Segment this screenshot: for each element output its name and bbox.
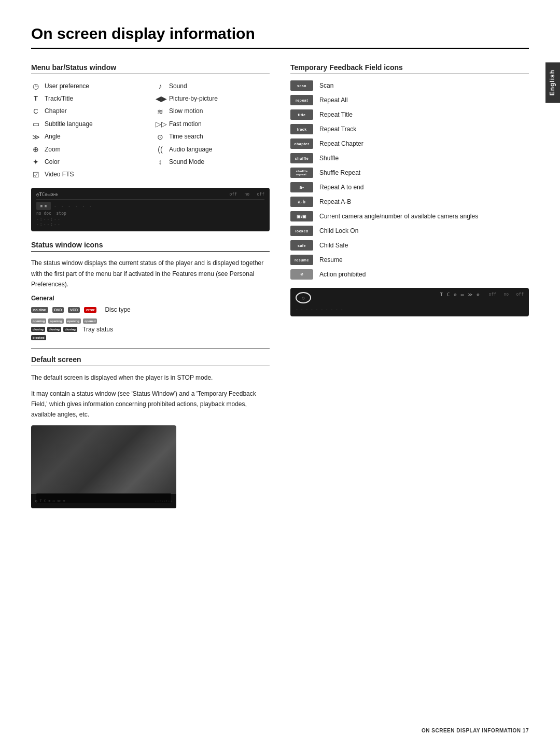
feedback-section-title: Temporary Feedback Field icons [290, 63, 529, 74]
rdp-off: off no off [489, 292, 524, 303]
feedback-shuffle: shuffle Shuffle [290, 153, 529, 163]
pbp-label: Picture-by-picture [169, 94, 218, 104]
tray-row-3: blocked [31, 335, 270, 340]
left-column: Menu bar/Status window ◷ User preference… [31, 63, 270, 508]
scan-badge: scan [290, 80, 313, 91]
rdp-icons: T C ⊕ ▭ ≫ ⊕ off no off [440, 292, 524, 303]
default-body-2: It may contain a status window (see 'Sta… [31, 389, 270, 420]
tray-opened: opened [83, 318, 97, 324]
screen-bar-status: --:--:-- [155, 499, 172, 503]
camera-label: Current camera angle/number of available… [319, 213, 478, 220]
status-section-title: Status window icons [31, 241, 270, 252]
menubar-item-audio: (( Audio language [156, 144, 270, 155]
track-label: Track/Title [45, 94, 73, 104]
rdp-circle: ◷ [296, 292, 311, 303]
dp-row-4: -:--:-- [36, 223, 264, 227]
child-lock-label: Child Lock On [319, 227, 358, 234]
menubar-item-time: ⊙ Time search [156, 131, 270, 143]
menubar-grid: ◷ User preference ♪ Sound T Track/Title … [31, 80, 270, 181]
menubar-item-user-pref: ◷ User preference [31, 80, 145, 92]
menubar-item-video: ☑ Video FTS [31, 169, 145, 181]
shuffle-label: Shuffle [319, 155, 339, 162]
feedback-child-lock: locked Child Lock On [290, 226, 529, 236]
tray-rows: opening opening opening opened closing c… [31, 318, 270, 340]
general-label: General [31, 295, 270, 302]
sound-mode-icon: ↕ [156, 156, 165, 168]
feedback-scan: scan Scan [290, 80, 529, 91]
rdp-t: T [440, 292, 442, 303]
feedback-repeat-chapter: chapter Repeat Chapter [290, 138, 529, 149]
screen-bottom-bar: ◷ T C ⊕ ▭ ≫ ⊕ --:--:-- [31, 494, 176, 508]
dp-top-row: ◷ T C ⊕ ▭ ≫ ⊕ off no off [36, 192, 264, 200]
right-display-panel: ◷ T C ⊕ ▭ ≫ ⊕ off no off - - - - - - - -… [290, 288, 529, 316]
sound-label: Sound [169, 81, 187, 91]
menubar-item-sound-mode: ↕ Sound Mode [156, 156, 270, 168]
menubar-item-sound: ♪ Sound [156, 80, 270, 92]
shuffle-repeat-badge: shufflerepeat [290, 168, 313, 178]
sound-icon: ♪ [156, 80, 165, 92]
menubar-item-slow: ≋ Slow motion [156, 106, 270, 117]
camera-badge: ▣/▣ [290, 211, 313, 221]
rdp-arr: ≫ [468, 292, 472, 303]
color-label: Color [45, 157, 60, 167]
chapter-icon: C [31, 106, 40, 117]
menubar-item-pbp: ◀▶ Picture-by-picture [156, 93, 270, 104]
video-label: Video FTS [45, 170, 74, 179]
rdp-lens: ⊕ [477, 292, 479, 303]
feedback-repeat-title: title Repeat Title [290, 109, 529, 120]
scan-label: Scan [319, 82, 333, 89]
right-column: Temporary Feedback Field icons scan Scan… [290, 63, 529, 508]
tray-closing-3: closing [63, 327, 77, 332]
feedback-resume: resume Resume [290, 255, 529, 265]
default-body-1: The default screen is displayed when the… [31, 372, 270, 383]
disc-no-disc: no disc [31, 307, 48, 313]
disc-types-row: no disc DVD VCD error Disc type [31, 306, 270, 313]
display-panel: ◷ T C ⊕ ▭ ≫ ⊕ off no off ▣ ▣ - - - - - - [31, 188, 270, 231]
feedback-repeat-a-end: A- Repeat A to end [290, 182, 529, 192]
ab-label: Repeat A-B [319, 198, 351, 205]
feedback-repeat-all: repeat Repeat All [290, 95, 529, 105]
disc-dvd: DVD [52, 307, 64, 313]
default-section: Default screen The default screen is dis… [31, 349, 270, 508]
chapter-badge: chapter [290, 138, 313, 149]
track-badge: track [290, 124, 313, 134]
subtitle-icon: ▭ [31, 118, 40, 130]
ab-badge: A-B [290, 197, 313, 207]
shuffle-repeat-label: Shuffle Repeat [319, 169, 360, 176]
tray-row-2: closing closing closing Tray status [31, 326, 270, 333]
rdp-c: C [447, 292, 450, 303]
child-safe-label: Child Safe [319, 242, 348, 249]
audio-icon: (( [156, 144, 165, 155]
disc-vcd: VCD [68, 307, 80, 313]
audio-label: Audio language [169, 145, 212, 155]
title-badge: title [290, 109, 313, 120]
dp-nodoc-stop: no doc stop [36, 211, 66, 216]
time-label: Time search [169, 132, 203, 142]
tray-closing-1: closing [31, 327, 45, 332]
pbp-icon: ◀▶ [156, 93, 165, 104]
a-end-badge: A- [290, 182, 313, 192]
tray-opening-1: opening [31, 318, 46, 324]
shuffle-badge: shuffle [290, 153, 313, 163]
feedback-repeat-ab: A-B Repeat A-B [290, 197, 529, 207]
fast-icon: ▷▷ [156, 118, 165, 130]
safe-badge: safe [290, 240, 313, 251]
dp-dash-3: -:--:-- [36, 223, 61, 227]
resume-badge: resume [290, 255, 313, 265]
fast-label: Fast motion [169, 119, 202, 129]
menubar-item-subtitle: ▭ Subtitle language [31, 118, 145, 130]
repeat-track-label: Repeat Track [319, 126, 356, 133]
dp-dash-1: - - - - - - [54, 204, 93, 209]
page-footer: ON SCREEN DISPLAY INFORMATION 17 [422, 728, 529, 733]
tray-opening-3: opening [66, 318, 81, 324]
dp-row-2: no doc stop [36, 211, 264, 216]
dp-arr-icon: ≫ [50, 192, 55, 197]
prohibited-badge: ⊘ [290, 269, 313, 280]
locked-badge: locked [290, 226, 313, 236]
zoom-label: Zoom [45, 145, 61, 155]
menubar-item-chapter: C Chapter [31, 106, 145, 117]
menubar-item-track: T Track/Title [31, 93, 145, 104]
feedback-prohibited: ⊘ Action prohibited [290, 269, 529, 280]
time-icon: ⊙ [156, 131, 165, 143]
feedback-child-safe: safe Child Safe [290, 240, 529, 251]
